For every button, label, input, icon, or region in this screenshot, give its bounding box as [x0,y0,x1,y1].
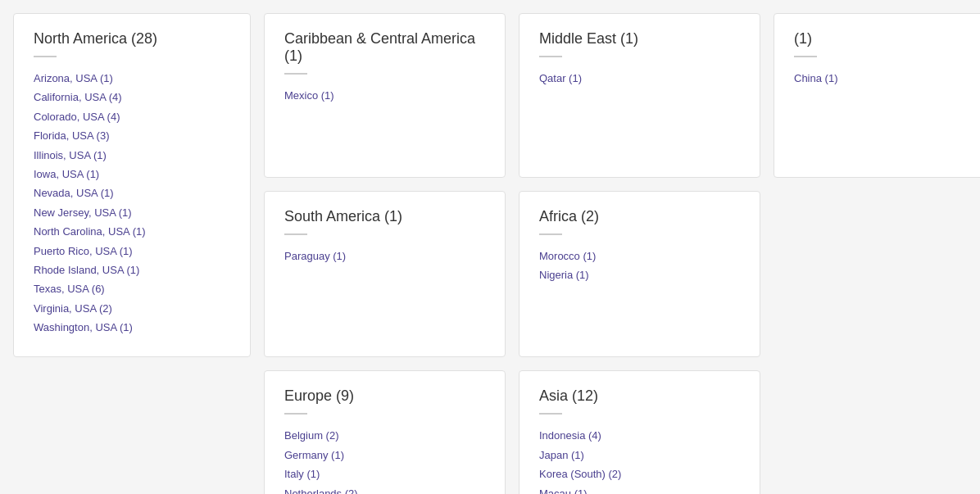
list-item[interactable]: Virginia, USA (2) [34,299,230,318]
list-item[interactable]: Germany (1) [284,446,485,465]
list-item[interactable]: Colorado, USA (4) [34,107,230,126]
asia-title: Asia (12) [539,387,740,405]
list-item[interactable]: Indonesia (4) [539,426,740,445]
regions-grid: North America (28) Arizona, USA (1) Cali… [13,13,967,494]
caribbean-card: Caribbean & Central America (1) Mexico (… [264,13,506,178]
list-item[interactable]: Illinois, USA (1) [34,146,230,165]
list-item[interactable]: Washington, USA (1) [34,318,230,337]
middle-east-title: Middle East (1) [539,30,740,48]
middle-east-card: Middle East (1) Qatar (1) [519,13,760,178]
list-item[interactable]: Netherlands (2) [284,484,485,494]
caribbean-divider [284,73,307,75]
south-america-card: South America (1) Paraguay (1) [264,191,506,357]
asia-pacific-card: (1) China (1) [774,13,980,178]
list-item[interactable]: Japan (1) [539,446,740,465]
list-item[interactable]: Belgium (2) [284,426,485,445]
caribbean-title: Caribbean & Central America (1) [284,30,485,65]
list-item[interactable]: New Jersey, USA (1) [34,203,230,222]
list-item[interactable]: Macau (1) [539,484,740,494]
north-america-title: North America (28) [34,30,230,48]
list-item[interactable]: Puerto Rico, USA (1) [34,242,230,261]
north-america-divider [34,56,57,57]
europe-card: Europe (9) Belgium (2) Germany (1) Italy… [264,370,506,494]
list-item[interactable]: Florida, USA (3) [34,126,230,145]
list-item[interactable]: Morocco (1) [539,247,740,265]
list-item[interactable]: Mexico (1) [284,86,485,105]
list-item[interactable]: Texas, USA (6) [34,279,230,298]
list-item[interactable]: Arizona, USA (1) [34,69,230,88]
south-america-title: South America (1) [284,208,485,225]
list-item[interactable]: North Carolina, USA (1) [34,222,230,241]
africa-title: Africa (2) [539,208,740,225]
africa-divider [539,233,562,235]
south-america-divider [284,233,307,235]
asia-pacific-divider [794,56,817,57]
list-item[interactable]: Paraguay (1) [284,247,485,265]
africa-card: Africa (2) Morocco (1) Nigeria (1) [519,191,760,357]
list-item[interactable]: Qatar (1) [539,69,740,88]
list-item[interactable]: Nigeria (1) [539,265,740,284]
europe-title: Europe (9) [284,387,485,405]
middle-east-divider [539,56,562,57]
list-item[interactable]: Nevada, USA (1) [34,184,230,202]
europe-divider [284,413,307,415]
list-item[interactable]: Rhode Island, USA (1) [34,261,230,279]
list-item[interactable]: Korea (South) (2) [539,465,740,483]
list-item[interactable]: China (1) [794,69,980,88]
north-america-card: North America (28) Arizona, USA (1) Cali… [13,13,251,357]
list-item[interactable]: Italy (1) [284,465,485,483]
asia-pacific-title: (1) [794,30,980,48]
list-item[interactable]: Iowa, USA (1) [34,165,230,184]
asia-divider [539,413,562,415]
asia-card: Asia (12) Indonesia (4) Japan (1) Korea … [519,370,760,494]
list-item[interactable]: California, USA (4) [34,88,230,107]
